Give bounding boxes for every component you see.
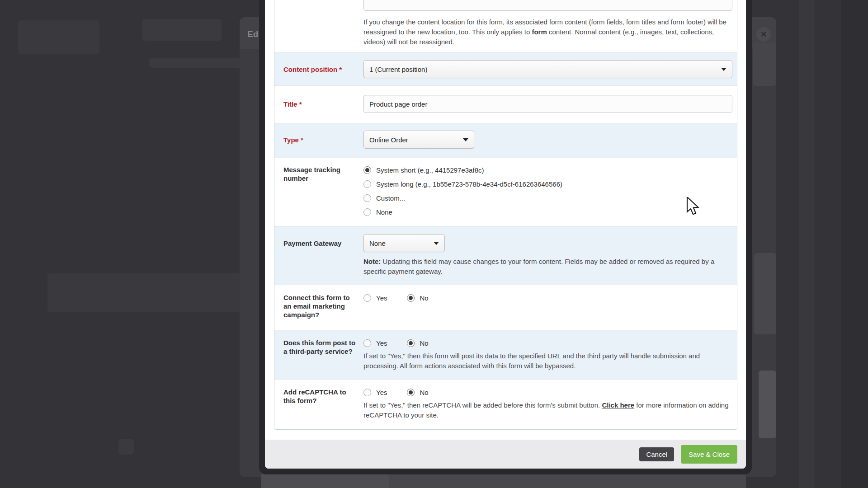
email-campaign-label: Connect this form to an email marketing …	[283, 292, 356, 319]
recaptcha-help: If set to "Yes," then reCAPTCHA will be …	[363, 400, 732, 420]
radio-option-custom[interactable]: Custom...	[363, 192, 732, 203]
payment-gateway-select[interactable]: None	[363, 234, 445, 252]
form-row-content-location: If you change the content location for t…	[274, 0, 737, 52]
background-shape	[841, 0, 868, 488]
background-shape	[118, 439, 134, 455]
form-row-third-party: Does this form post to a third-party ser…	[274, 330, 737, 380]
background-modal-bottom-band	[261, 474, 389, 488]
payment-gateway-label: Payment Gateway	[283, 234, 356, 252]
save-close-button[interactable]: Save & Close	[681, 445, 737, 464]
form-row-content-position: Content position * 1 (Current position)	[274, 52, 737, 86]
content-location-help: If you change the content location for t…	[363, 17, 732, 47]
background-shape	[754, 253, 776, 334]
third-party-help: If set to "Yes," then this form will pos…	[363, 351, 732, 371]
radio-option-system-short[interactable]: System short (e.g., 4415297e3af8c)	[363, 164, 732, 175]
payment-gateway-note: Note: Updating this field may cause chan…	[363, 257, 732, 277]
radio-button-icon	[363, 208, 371, 216]
third-party-no-radio[interactable]: No	[407, 338, 428, 348]
radio-button-icon	[407, 339, 415, 347]
content-location-input[interactable]	[363, 0, 732, 11]
close-icon[interactable]: ✕	[756, 27, 771, 42]
radio-button-icon	[407, 389, 415, 396]
title-label: Title *	[283, 95, 356, 113]
type-select[interactable]: Online Order	[363, 131, 474, 149]
chevron-down-icon	[721, 68, 726, 71]
background-shape	[799, 0, 815, 488]
recaptcha-label: Add reCAPTCHA to this form?	[283, 387, 356, 420]
radio-button-icon	[363, 166, 371, 174]
form-row-type: Type * Online Order	[274, 123, 737, 158]
third-party-label: Does this form post to a third-party ser…	[283, 338, 356, 371]
recaptcha-no-radio[interactable]: No	[407, 387, 428, 398]
required-asterisk: *	[339, 65, 342, 74]
background-shape	[18, 20, 99, 54]
radio-button-icon	[363, 294, 371, 302]
edit-form-modal: If you change the content location for t…	[259, 0, 752, 474]
chevron-down-icon	[434, 242, 439, 245]
radio-button-icon	[363, 389, 371, 396]
title-input[interactable]	[363, 95, 732, 113]
background-shape	[753, 43, 776, 86]
form-row-recaptcha: Add reCAPTCHA to this form? Yes No	[274, 380, 737, 429]
radio-button-icon	[407, 294, 415, 302]
recaptcha-yes-radio[interactable]: Yes	[363, 387, 387, 398]
background-shape	[759, 371, 776, 438]
form-row-payment-gateway: Payment Gateway None Note: Updating this…	[274, 226, 737, 285]
modal-footer: Cancel Save & Close	[265, 440, 746, 469]
chevron-down-icon	[463, 138, 468, 141]
content-position-select[interactable]: 1 (Current position)	[363, 60, 732, 78]
form-row-tracking-number: Message tracking number System short (e.…	[274, 158, 737, 226]
content-position-label: Content position *	[283, 60, 356, 78]
radio-option-system-long[interactable]: System long (e.g., 1b55e723-578b-4e34-d5…	[363, 178, 732, 189]
radio-button-icon	[363, 180, 371, 188]
cancel-button[interactable]: Cancel	[639, 447, 674, 461]
form-row-title: Title *	[274, 86, 737, 123]
required-asterisk: *	[301, 136, 303, 144]
form-settings-panel: If you change the content location for t…	[274, 0, 737, 430]
form-row-email-campaign: Connect this form to an email marketing …	[274, 285, 737, 330]
third-party-yes-radio[interactable]: Yes	[363, 338, 387, 348]
tracking-number-label: Message tracking number	[283, 164, 356, 217]
radio-button-icon	[363, 194, 371, 202]
click-here-link[interactable]: Click here	[602, 401, 634, 409]
email-campaign-no-radio[interactable]: No	[407, 292, 428, 303]
background-shape	[142, 19, 222, 41]
required-asterisk: *	[299, 100, 302, 108]
type-label: Type *	[283, 131, 356, 149]
email-campaign-yes-radio[interactable]: Yes	[363, 292, 387, 303]
field-label-empty	[283, 0, 356, 47]
radio-option-none[interactable]: None	[363, 206, 732, 217]
radio-button-icon	[363, 339, 371, 347]
form-body: If you change the content location for t…	[265, 0, 746, 440]
